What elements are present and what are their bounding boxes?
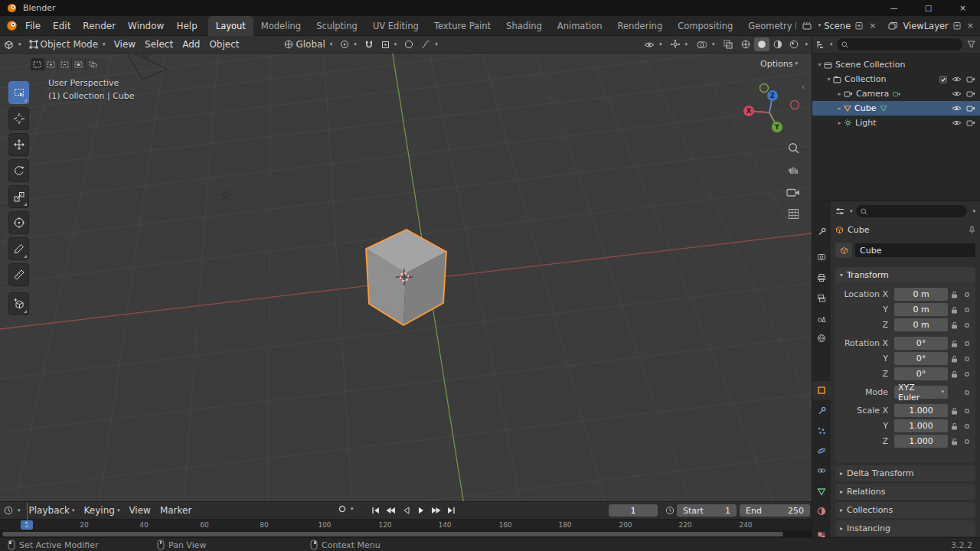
- tool-transform[interactable]: [8, 211, 29, 234]
- panel-relations[interactable]: ▸Relations: [835, 484, 975, 500]
- viewport-3d[interactable]: User Perspective (1) Collection | Cube O…: [0, 54, 812, 501]
- location-z-field[interactable]: 0 m: [894, 318, 948, 331]
- new-viewlayer-button[interactable]: [952, 21, 962, 30]
- breadcrumb-label[interactable]: Cube: [848, 225, 869, 235]
- light-object[interactable]: [221, 189, 233, 202]
- rotation-y-field[interactable]: 0°: [894, 352, 948, 365]
- object-id-icon[interactable]: [835, 243, 852, 258]
- editor-type-selector[interactable]: ▾: [0, 502, 24, 519]
- outliner-search[interactable]: [837, 38, 962, 51]
- chevron-down-icon[interactable]: ▾: [972, 209, 975, 214]
- lock-open-icon[interactable]: [948, 340, 961, 347]
- tab-physics[interactable]: [812, 442, 831, 460]
- hide-eye-icon[interactable]: [952, 119, 962, 126]
- playback-menu[interactable]: Playback▾: [24, 502, 80, 519]
- add-menu[interactable]: Add: [178, 36, 204, 53]
- properties-search[interactable]: [856, 205, 968, 217]
- animate-dot-icon[interactable]: [961, 307, 972, 313]
- tool-annotate[interactable]: [8, 237, 29, 260]
- lock-open-icon[interactable]: [948, 355, 961, 363]
- scale-y-field[interactable]: 1.000: [894, 419, 948, 432]
- item-label[interactable]: Collection: [844, 74, 886, 84]
- close-button[interactable]: ×: [946, 0, 980, 16]
- disclosure-triangle-icon[interactable]: ▾: [825, 76, 833, 83]
- tab-object-data[interactable]: [812, 482, 831, 500]
- select-set-button[interactable]: [31, 58, 44, 70]
- checkbox-icon[interactable]: [939, 76, 947, 83]
- hide-eye-icon[interactable]: [952, 76, 962, 83]
- scene-name[interactable]: Scene: [824, 21, 851, 31]
- disable-render-icon[interactable]: [966, 90, 975, 97]
- viewlayer-icon[interactable]: [887, 21, 900, 30]
- render-menu[interactable]: Render: [77, 16, 122, 36]
- gizmo-axis-neg-y[interactable]: [760, 84, 769, 93]
- jump-to-end-button[interactable]: [444, 504, 459, 517]
- tab-rendering[interactable]: Rendering: [609, 16, 670, 36]
- rotation-x-field[interactable]: 0°: [894, 337, 948, 350]
- next-keyframe-button[interactable]: [429, 504, 443, 517]
- tool-measure[interactable]: [8, 263, 29, 286]
- marker-menu[interactable]: Marker: [155, 502, 196, 519]
- blender-menu-icon[interactable]: [5, 20, 19, 31]
- shading-wireframe-button[interactable]: [738, 37, 753, 51]
- tab-particles[interactable]: [812, 422, 831, 440]
- properties-editor-icon[interactable]: [835, 207, 844, 215]
- tab-shading[interactable]: Shading: [498, 16, 550, 36]
- jump-to-start-button[interactable]: [368, 504, 382, 517]
- scrollbar-handle[interactable]: [2, 532, 783, 536]
- chevron-down-icon[interactable]: ▾: [805, 42, 808, 47]
- tool-rotate[interactable]: [8, 159, 29, 182]
- chevron-down-icon[interactable]: ▾: [818, 23, 822, 28]
- tab-sculpting[interactable]: Sculpting: [309, 16, 365, 36]
- location-x-field[interactable]: 0 m: [894, 288, 948, 301]
- auto-keying-toggle[interactable]: ▾: [338, 504, 354, 514]
- tool-cursor[interactable]: [8, 107, 29, 130]
- lock-open-icon[interactable]: [948, 407, 961, 415]
- remove-viewlayer-button[interactable]: ×: [965, 21, 975, 31]
- outliner-camera[interactable]: ▸ Camera: [812, 86, 980, 101]
- hide-eye-icon[interactable]: [952, 90, 962, 97]
- tab-modifiers[interactable]: [812, 402, 831, 420]
- animate-dot-icon[interactable]: [961, 371, 972, 377]
- tab-render[interactable]: [812, 248, 831, 266]
- select-intersect-button[interactable]: [86, 58, 100, 70]
- editor-type-selector[interactable]: ▾: [812, 36, 837, 53]
- location-y-field[interactable]: 0 m: [894, 303, 948, 316]
- snap-settings-dropdown[interactable]: ▾: [377, 36, 401, 53]
- play-reverse-button[interactable]: [398, 504, 413, 517]
- animate-dot-icon[interactable]: [961, 292, 972, 298]
- proportional-falloff-dropdown[interactable]: ▾: [417, 36, 442, 53]
- scene-icon[interactable]: [801, 21, 813, 30]
- tab-constraints[interactable]: [812, 461, 831, 480]
- options-dropdown[interactable]: Options ▾: [760, 59, 798, 69]
- unlink-scene-button[interactable]: ×: [867, 21, 877, 31]
- start-frame-field[interactable]: Start 1: [677, 504, 737, 517]
- pivot-point-dropdown[interactable]: ▾: [336, 36, 361, 53]
- filter-icon[interactable]: [965, 41, 977, 48]
- properties-search-input[interactable]: [871, 207, 963, 217]
- outliner-light[interactable]: ▸ Light: [812, 116, 980, 130]
- region-collapse-icon[interactable]: ‹: [802, 83, 805, 91]
- proportional-editing-toggle[interactable]: [400, 36, 417, 53]
- play-button[interactable]: [413, 504, 428, 517]
- file-menu[interactable]: File: [19, 16, 47, 36]
- frame-ruler[interactable]: 20 40 60 80 100 120 140 160 180 200 220 …: [0, 519, 812, 530]
- item-label[interactable]: Camera: [856, 89, 889, 99]
- tab-uv-editing[interactable]: UV Editing: [365, 16, 426, 36]
- object-name-input[interactable]: [855, 243, 975, 257]
- tool-select-box[interactable]: [8, 81, 29, 104]
- maximize-button[interactable]: □: [911, 0, 946, 16]
- animate-dot-icon[interactable]: [961, 322, 972, 328]
- animate-dot-icon[interactable]: [961, 341, 972, 347]
- tab-animation[interactable]: Animation: [550, 16, 610, 36]
- shading-rendered-button[interactable]: [786, 37, 802, 51]
- mode-dropdown[interactable]: Object Mode ▾: [25, 36, 109, 53]
- tab-object[interactable]: [812, 381, 831, 399]
- current-frame-field[interactable]: 1: [609, 504, 658, 517]
- select-menu[interactable]: Select: [140, 36, 178, 53]
- tab-output[interactable]: [812, 269, 831, 287]
- object-visibility-dropdown[interactable]: ▾: [640, 41, 666, 48]
- new-scene-button[interactable]: [854, 21, 864, 30]
- chevron-down-icon[interactable]: ▾: [850, 209, 853, 214]
- overlays-dropdown[interactable]: ▾: [693, 41, 719, 49]
